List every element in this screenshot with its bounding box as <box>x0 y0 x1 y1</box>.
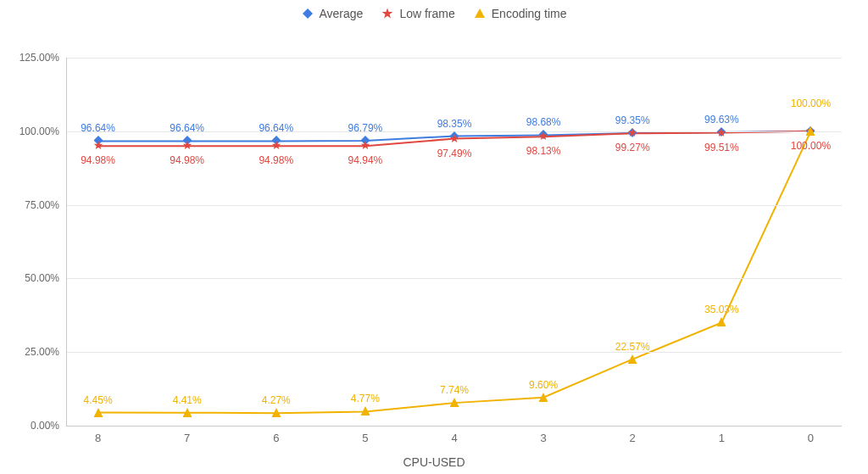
x-tick-label: 4 <box>451 426 457 444</box>
triangle-icon <box>806 124 815 139</box>
svg-marker-21 <box>93 408 103 417</box>
x-tick-label: 7 <box>184 426 190 444</box>
star-icon <box>182 138 192 153</box>
svg-marker-24 <box>360 406 370 415</box>
svg-marker-14 <box>272 141 281 149</box>
diamond-icon <box>302 8 314 20</box>
svg-marker-0 <box>303 8 313 19</box>
triangle-icon <box>360 404 370 419</box>
svg-marker-27 <box>628 354 637 364</box>
legend-item-average[interactable]: Average <box>302 7 364 20</box>
svg-marker-22 <box>182 408 192 417</box>
star-icon <box>93 138 103 153</box>
y-tick-label: 100.00% <box>19 125 67 137</box>
y-tick-label: 125.00% <box>19 52 67 64</box>
star-icon <box>539 129 548 144</box>
svg-marker-26 <box>539 393 548 402</box>
svg-marker-12 <box>93 141 102 149</box>
triangle-icon <box>450 395 459 410</box>
x-tick-label: 3 <box>540 426 546 444</box>
triangle-icon <box>474 8 486 20</box>
svg-marker-16 <box>450 134 459 142</box>
star-icon <box>628 125 637 141</box>
chart: Average Low frame Encoding time 0.00%25.… <box>0 0 868 474</box>
triangle-icon <box>539 390 548 405</box>
star-icon <box>271 138 281 153</box>
svg-marker-25 <box>450 398 459 407</box>
x-axis-label: CPU-USED <box>403 455 465 469</box>
svg-marker-29 <box>806 126 815 136</box>
triangle-icon <box>717 315 726 330</box>
triangle-icon <box>271 405 281 421</box>
svg-marker-23 <box>271 408 281 417</box>
plot-area: 0.00%25.00%50.00%75.00%100.00%125.00%876… <box>66 58 842 427</box>
legend: Average Low frame Encoding time <box>0 7 868 20</box>
svg-marker-19 <box>717 128 726 137</box>
x-tick-label: 6 <box>273 426 279 444</box>
y-tick-label: 75.00% <box>25 199 67 211</box>
gridline <box>67 352 842 353</box>
legend-label: Low frame <box>399 7 454 20</box>
svg-marker-2 <box>475 8 485 18</box>
triangle-icon <box>93 405 103 421</box>
svg-marker-28 <box>717 317 726 326</box>
gridline <box>67 278 842 279</box>
svg-marker-1 <box>382 8 393 19</box>
legend-item-low-frame[interactable]: Low frame <box>381 7 454 20</box>
legend-label: Average <box>320 7 364 20</box>
y-tick-label: 25.00% <box>25 346 67 358</box>
star-icon <box>717 125 726 141</box>
series-lines <box>67 58 842 426</box>
y-tick-label: 50.00% <box>25 272 67 284</box>
legend-item-encoding-time[interactable]: Encoding time <box>474 7 567 20</box>
star-icon <box>360 138 370 153</box>
x-tick-label: 8 <box>95 426 101 444</box>
star-icon <box>381 8 393 20</box>
gridline <box>67 205 842 206</box>
svg-marker-15 <box>361 141 370 149</box>
svg-marker-18 <box>628 128 637 137</box>
triangle-icon <box>628 352 637 367</box>
x-tick-label: 5 <box>362 426 368 444</box>
svg-marker-13 <box>182 141 191 149</box>
series-line <box>98 131 811 413</box>
y-tick-label: 0.00% <box>31 420 67 432</box>
svg-marker-17 <box>539 131 548 140</box>
gridline <box>67 58 842 59</box>
legend-label: Encoding time <box>492 7 567 20</box>
x-tick-label: 0 <box>808 426 814 444</box>
x-tick-label: 1 <box>719 426 725 444</box>
star-icon <box>450 131 459 147</box>
triangle-icon <box>182 405 192 421</box>
x-tick-label: 2 <box>630 426 636 444</box>
